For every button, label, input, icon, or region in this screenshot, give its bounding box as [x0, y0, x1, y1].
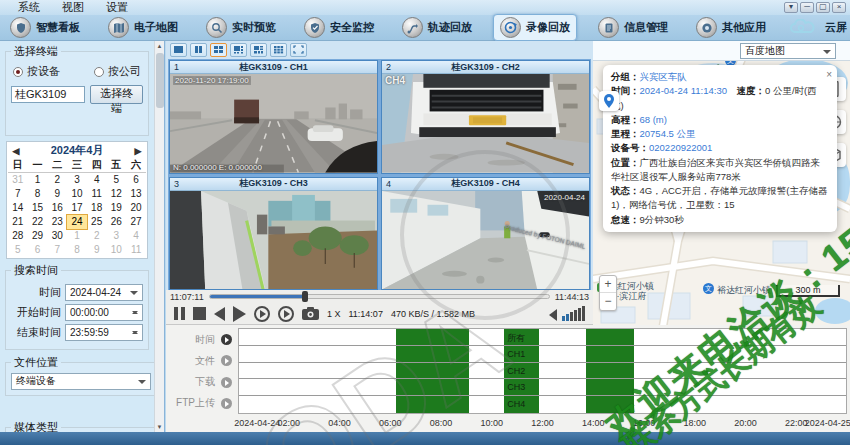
sidebar-scrollbar[interactable]: ▲ ▼: [154, 41, 164, 432]
calendar-day[interactable]: 10: [107, 243, 127, 257]
recording-block[interactable]: [396, 329, 469, 345]
calendar-day[interactable]: 1: [67, 229, 87, 243]
view-single-button[interactable]: [170, 43, 187, 57]
calendar-day[interactable]: 9: [87, 243, 107, 257]
calendar-day[interactable]: 26: [107, 215, 127, 229]
calendar-day[interactable]: 18: [87, 201, 107, 215]
terminal-search-input[interactable]: 桂GK3109: [11, 86, 85, 103]
select-terminal-button[interactable]: 选择终端: [90, 85, 143, 104]
calendar-day[interactable]: 27: [126, 215, 146, 229]
nav-track-playback[interactable]: 轨迹回放: [395, 14, 479, 41]
calendar-day[interactable]: 5: [8, 243, 28, 257]
video-cell-ch4[interactable]: 4桂GK3109 - CH4: [381, 177, 590, 291]
calendar-day[interactable]: 19: [107, 201, 127, 215]
calendar-next-icon[interactable]: ▶: [130, 146, 146, 156]
menu-settings[interactable]: 设置: [96, 0, 138, 15]
recording-block[interactable]: [396, 379, 469, 395]
calendar-day[interactable]: 28: [8, 229, 28, 243]
scroll-thumb[interactable]: [156, 53, 164, 108]
expand-icon[interactable]: [221, 355, 232, 366]
timeline-row-所有[interactable]: 所有: [239, 329, 846, 346]
calendar-day[interactable]: 11: [87, 187, 107, 201]
timeline-row-CH1[interactable]: CH1: [239, 346, 846, 363]
nav-safety-monitor[interactable]: 安全监控: [297, 14, 381, 41]
location-pin-chip[interactable]: [599, 91, 619, 111]
nav-electronic-map[interactable]: 电子地图: [101, 14, 185, 41]
recording-block[interactable]: [586, 329, 635, 345]
map-provider-select[interactable]: 百度地图: [740, 43, 836, 59]
view-quad-button[interactable]: [210, 43, 227, 57]
view-eight-button[interactable]: [250, 43, 267, 57]
nav-live-preview[interactable]: 实时预览: [199, 14, 283, 41]
calendar-day[interactable]: 8: [28, 187, 48, 201]
recording-block[interactable]: [586, 396, 635, 413]
end-time-spinner[interactable]: 23:59:59: [65, 324, 143, 341]
seek-slider[interactable]: [209, 294, 550, 299]
calendar-day[interactable]: 6: [126, 173, 146, 187]
calendar-day[interactable]: 8: [67, 243, 87, 257]
close-button[interactable]: ×: [832, 2, 846, 13]
step-back-button[interactable]: [214, 306, 225, 322]
start-time-spinner[interactable]: 00:00:00: [65, 304, 143, 321]
slow-play-button[interactable]: [254, 306, 270, 322]
calendar-day[interactable]: 4: [87, 173, 107, 187]
calendar-day[interactable]: 7: [8, 187, 28, 201]
calendar-day[interactable]: 11: [126, 243, 146, 257]
snapshot-button[interactable]: [302, 306, 319, 322]
file-location-select[interactable]: 终端设备: [11, 373, 151, 390]
zoom-in-button[interactable]: +: [600, 276, 616, 293]
calendar-day[interactable]: 12: [107, 187, 127, 201]
calendar-day[interactable]: 2: [47, 173, 67, 187]
zoom-out-button[interactable]: −: [600, 293, 616, 310]
calendar-day[interactable]: 31: [8, 173, 28, 187]
calendar-day[interactable]: 3: [107, 229, 127, 243]
recording-block[interactable]: [396, 346, 469, 362]
calendar-day[interactable]: 6: [28, 243, 48, 257]
calendar-day[interactable]: 1: [28, 173, 48, 187]
recording-block[interactable]: [586, 379, 635, 395]
timeline-group-4[interactable]: FTP上传: [166, 396, 238, 410]
view-six-button[interactable]: [230, 43, 247, 57]
expand-icon[interactable]: [221, 334, 232, 345]
timeline-group-1[interactable]: 时间: [166, 333, 238, 347]
calendar-day[interactable]: 23: [47, 215, 67, 229]
radio-by-company[interactable]: 按公司: [94, 64, 141, 79]
calendar-day[interactable]: 15: [28, 201, 48, 215]
pause-button[interactable]: [174, 306, 185, 322]
video-cell-ch2[interactable]: 2桂GK3109 - CH2: [381, 60, 590, 174]
calendar-day[interactable]: 30: [47, 229, 67, 243]
timeline-row-CH4[interactable]: CH4: [239, 396, 846, 413]
map-canvas[interactable]: 来宾市政和小学 (高新校区) 文 文 来宾市第六中学 (高新校区) ⚙ 国投新城…: [593, 61, 850, 325]
calendar-day[interactable]: 16: [47, 201, 67, 215]
play-button[interactable]: [233, 306, 246, 322]
cloud-screen-brand[interactable]: 云屏: [787, 19, 847, 37]
recording-block[interactable]: [586, 346, 635, 362]
seek-thumb[interactable]: [302, 291, 308, 302]
calendar-day[interactable]: 21: [8, 215, 28, 229]
speed-indicator[interactable]: 1 X: [327, 309, 341, 319]
recording-block[interactable]: [396, 363, 469, 379]
calendar-day[interactable]: 25: [87, 215, 107, 229]
timeline-group-3[interactable]: 下载: [166, 375, 238, 389]
video-cell-ch1[interactable]: 1桂GK3109 - CH1: [169, 60, 378, 174]
view-nine-button[interactable]: [270, 43, 287, 57]
stop-button[interactable]: [193, 306, 206, 322]
calendar-day[interactable]: 24: [67, 215, 87, 229]
nav-other-apps[interactable]: 其他应用: [689, 14, 773, 41]
nav-smart-board[interactable]: 智慧看板: [3, 14, 87, 41]
view-pause-all-button[interactable]: [190, 43, 207, 57]
menu-system[interactable]: 系统: [8, 0, 50, 15]
calendar-day[interactable]: 9: [47, 187, 67, 201]
calendar-day[interactable]: 14: [8, 201, 28, 215]
menu-view[interactable]: 视图: [52, 0, 94, 15]
calendar-day[interactable]: 2: [87, 229, 107, 243]
video-cell-ch3[interactable]: 3桂GK3109 - CH3: [169, 177, 378, 291]
calendar-day[interactable]: 22: [28, 215, 48, 229]
popup-close-icon[interactable]: ×: [826, 67, 832, 82]
timeline-row-CH3[interactable]: CH3: [239, 379, 846, 396]
calendar-day[interactable]: 4: [126, 229, 146, 243]
pin-button[interactable]: ▾: [784, 2, 798, 13]
calendar-day[interactable]: 29: [28, 229, 48, 243]
calendar-day[interactable]: 5: [107, 173, 127, 187]
radio-by-device[interactable]: 按设备: [13, 64, 60, 79]
